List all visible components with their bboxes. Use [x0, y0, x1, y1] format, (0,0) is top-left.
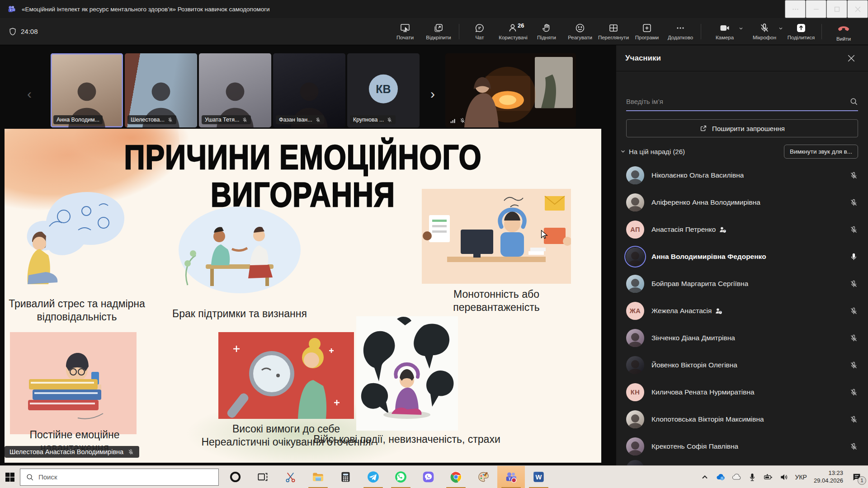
telegram-icon: [367, 471, 379, 483]
taskbar-task-view-button[interactable]: [249, 466, 277, 488]
taskbar-paint-button[interactable]: [470, 466, 497, 488]
participant-row[interactable]: ЖА Жежела Анастасія ?: [616, 297, 868, 324]
volume-icon[interactable]: [779, 473, 788, 482]
participant-row[interactable]: Йовенко Вікторія Олегівна: [616, 352, 868, 379]
taskbar-telegram-button[interactable]: [359, 466, 387, 488]
opera-icon: [229, 471, 241, 483]
presenter-video-frame: [445, 53, 576, 127]
tray-expand-icon[interactable]: [700, 473, 709, 482]
toolbar-view-button[interactable]: Переглянути: [597, 19, 630, 45]
mic-status-icon[interactable]: [849, 442, 858, 451]
participant-row[interactable]: Анна Володимирівна Федоренко: [616, 243, 868, 270]
minimize-button[interactable]: [806, 0, 826, 18]
taskbar-search[interactable]: [20, 469, 219, 486]
video-tile[interactable]: Шелестова...: [125, 53, 197, 127]
tile-name-tag: Шелестова...: [127, 115, 176, 124]
participant-search-input[interactable]: [626, 98, 849, 105]
view-icon: [608, 23, 619, 33]
explorer-icon: [312, 471, 324, 483]
participant-row[interactable]: Крекотень Софія Павлівна: [616, 433, 868, 460]
taskbar-teams-button[interactable]: T: [497, 466, 525, 488]
toolbar-raise-hand-button[interactable]: Підняти: [530, 19, 563, 45]
caption-fears: Військові події, невизначеність, страхи: [307, 433, 506, 446]
participant-row[interactable]: Зінченко Діана Дмитрівна: [616, 324, 868, 352]
toolbar-microphone-button[interactable]: Мікрофон: [745, 19, 784, 45]
mute-all-button[interactable]: Вимкнути звук для в...: [784, 145, 858, 159]
teams-meeting-window: T «Емоційний інтелект як ресурс ментальн…: [0, 0, 868, 488]
video-tile[interactable]: Фазан Іван...: [273, 53, 345, 127]
mic-muted-icon: [167, 117, 173, 123]
participant-row[interactable]: АП Анастасія Петренко ?: [616, 216, 868, 243]
participant-name: Клопотовська Вікторія Максимівна: [651, 415, 764, 423]
toolbar-share-tray-button[interactable]: Поділитися: [784, 19, 818, 45]
language-indicator[interactable]: УКР: [795, 474, 807, 481]
mic-status-icon[interactable]: [849, 171, 858, 180]
mic-status-icon[interactable]: [849, 280, 858, 288]
tile-name-tag: Ушата Тетя...: [202, 115, 251, 124]
taskbar-clock[interactable]: 13:23 29.04.2026: [814, 469, 843, 485]
toolbar-camera-button[interactable]: Камера: [705, 19, 745, 45]
toolbar-more-button[interactable]: Додатково: [664, 19, 697, 45]
chevron-down-icon[interactable]: [738, 26, 744, 31]
mic-status-icon[interactable]: [849, 225, 858, 234]
mic-status-icon[interactable]: [849, 253, 858, 261]
cloud-icon[interactable]: [732, 473, 741, 482]
taskbar-opera-button[interactable]: [222, 466, 249, 488]
video-tile[interactable]: Анна Володим...: [51, 53, 123, 127]
participant-search: [626, 92, 858, 111]
participant-row[interactable]: КН Киличова Рената Нурмиратівна: [616, 379, 868, 406]
close-window-button[interactable]: [847, 0, 868, 18]
mic-status-icon[interactable]: [849, 415, 858, 424]
toolbar-apps-button[interactable]: Програми: [630, 19, 664, 45]
taskbar-calculator-button[interactable]: [332, 466, 359, 488]
in-meeting-section: На цій нараді (26) Вимкнути звук для в..…: [620, 143, 858, 160]
scroll-tiles-right-button[interactable]: ›: [427, 85, 439, 103]
chevron-down-icon[interactable]: [778, 26, 783, 31]
taskbar-chrome-button[interactable]: [442, 466, 470, 488]
mic-status-icon[interactable]: [849, 388, 858, 397]
participant-row[interactable]: Аліференко Анна Володимирівна: [616, 189, 868, 216]
chat-icon: [474, 23, 485, 33]
mic-status-icon[interactable]: [849, 307, 858, 315]
paint-icon: [477, 471, 490, 483]
mic-muted-icon: [459, 117, 466, 124]
notification-center[interactable]: 1: [850, 470, 863, 484]
titlebar-more-button[interactable]: [785, 0, 806, 18]
taskbar-snipping-tool-button[interactable]: [277, 466, 304, 488]
chevron-down-icon[interactable]: [620, 148, 626, 155]
toolbar-react-button[interactable]: Реагувати: [563, 19, 597, 45]
illustration-load: [10, 332, 137, 434]
mic-status-icon[interactable]: [849, 198, 858, 207]
video-tile[interactable]: Ушата Тетя...: [199, 53, 271, 127]
mic-status-icon[interactable]: [849, 334, 858, 343]
toolbar-people-button[interactable]: 26 Користувачі: [496, 19, 530, 45]
taskbar-search-input[interactable]: [38, 473, 213, 481]
video-tile[interactable]: КВ Крупнова ...: [347, 53, 420, 127]
taskbar-word-button[interactable]: W: [525, 466, 552, 488]
participants-panel-header: Учасники: [616, 45, 868, 71]
toolbar-divider: [701, 24, 701, 39]
toolbar-unpin-button[interactable]: Відкріпити: [422, 19, 455, 45]
taskbar-viber-button[interactable]: [415, 466, 442, 488]
taskbar-file-explorer-button[interactable]: [304, 466, 332, 488]
tray-microphone-icon[interactable]: [748, 473, 757, 482]
participant-name: Аліференко Анна Володимирівна: [651, 198, 760, 206]
illustration-stress: [10, 188, 137, 291]
share-invite-button[interactable]: Поширити запрошення: [626, 119, 858, 137]
battery-icon[interactable]: [764, 473, 773, 482]
mic-status-icon[interactable]: [849, 361, 858, 370]
toolbar-start-presenting-button[interactable]: Почати: [388, 19, 422, 45]
taskbar-whatsapp-button[interactable]: [387, 466, 415, 488]
toolbar-chat-button[interactable]: Чат: [463, 19, 496, 45]
maximize-button[interactable]: [826, 0, 847, 18]
scroll-tiles-left-button[interactable]: ‹: [24, 85, 35, 103]
participant-row[interactable]: Клопотовська Вікторія Максимівна: [616, 406, 868, 433]
presenter-video-tile[interactable]: [445, 53, 576, 127]
present-screen-icon: [400, 23, 410, 33]
onedrive-sync-icon[interactable]: [716, 473, 725, 482]
participant-row[interactable]: Бойправ Маргарита Сергіївна: [616, 270, 868, 297]
participant-row[interactable]: Ніколаєнко Ольга Василівна: [616, 162, 868, 189]
start-button[interactable]: [0, 466, 20, 488]
close-panel-button[interactable]: [844, 51, 859, 66]
leave-meeting-button[interactable]: Вийти: [826, 19, 862, 45]
